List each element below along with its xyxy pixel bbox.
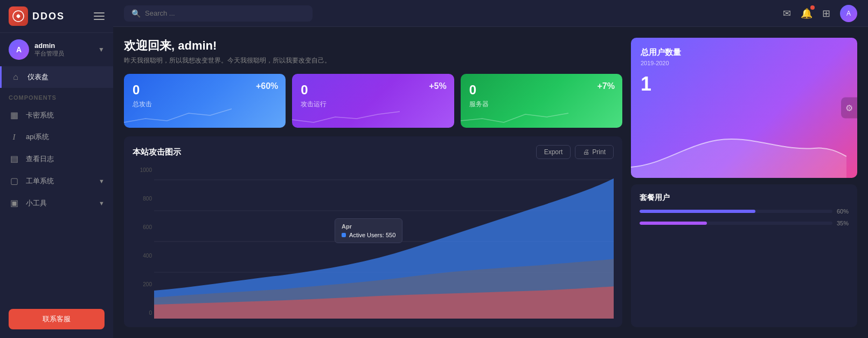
sidebar-item-dashboard[interactable]: ⌂ 仪表盘 — [0, 66, 113, 88]
sidebar-item-card-system[interactable]: ▦ 卡密系统 — [0, 104, 113, 126]
hamburger-button[interactable] — [94, 12, 105, 20]
ticket-system-icon: ▢ — [9, 176, 19, 186]
sidebar-item-label: 查看日志 — [26, 154, 105, 164]
chart-area: 1000 800 600 400 200 0 — [133, 164, 614, 319]
total-users-period: 2019-2020 — [641, 60, 848, 66]
layers-icon[interactable]: ⊞ — [822, 8, 830, 19]
stat-card-attacks-running: 0 攻击运行 +5% — [292, 74, 454, 128]
topbar-avatar[interactable]: A — [840, 5, 857, 22]
sidebar-item-label: 仪表盘 — [27, 72, 105, 82]
content-area: 欢迎回来, admin! 昨天我很聪明，所以我想改变世界。今天我很聪明，所以我要… — [113, 27, 868, 338]
welcome-subtitle: 昨天我很聪明，所以我想改变世界。今天我很聪明，所以我要改变自己。 — [124, 56, 622, 65]
package-bar — [640, 222, 707, 225]
sidebar-item-tools[interactable]: ▣ 小工具 ▼ — [0, 192, 113, 214]
tools-icon: ▣ — [9, 198, 19, 208]
chart-actions: Export 🖨 Print — [536, 145, 614, 159]
sidebar-item-label: api系统 — [26, 132, 105, 142]
chevron-down-icon: ▼ — [99, 178, 105, 184]
stat-change: +7% — [598, 81, 615, 91]
user-name: admin — [34, 42, 93, 50]
api-system-icon: I — [9, 133, 19, 142]
chart-title: 本站攻击图示 — [133, 147, 536, 157]
stat-value: 0 — [301, 82, 445, 98]
welcome-title: 欢迎回来, admin! — [124, 38, 622, 54]
chart-header: 本站攻击图示 Export 🖨 Print — [133, 145, 614, 159]
stat-change: +5% — [429, 81, 446, 91]
sidebar-logo: DDOS — [0, 0, 113, 33]
contact-button[interactable]: 联系客服 — [9, 309, 105, 329]
logo-icon — [9, 6, 28, 26]
package-bar-bg — [640, 210, 832, 213]
print-icon: 🖨 — [583, 148, 589, 156]
sidebar: DDOS A admin 平台管理员 ▼ ⌂ 仪表盘 COMPONENTS ▦ … — [0, 0, 113, 338]
topbar-icons: ✉ 🔔 ⊞ A — [783, 5, 857, 22]
components-label: COMPONENTS — [0, 88, 113, 104]
notification-badge — [810, 5, 815, 10]
topbar: 🔍 ✉ 🔔 ⊞ A — [113, 0, 868, 27]
main-content: 🔍 ✉ 🔔 ⊞ A 欢迎回来, admin! 昨天我很聪明，所以我想改变世界。今… — [113, 0, 868, 338]
stat-cards: 0 总攻击 +60% 0 攻击运行 +5% — [124, 74, 622, 128]
stat-card-servers: 0 服务器 +7% — [461, 74, 622, 128]
search-input[interactable] — [145, 9, 305, 17]
total-users-chart — [631, 124, 846, 178]
sidebar-item-label: 卡密系统 — [26, 111, 105, 120]
user-arrow-icon: ▼ — [98, 46, 105, 53]
package-value: 35% — [837, 220, 849, 226]
sidebar-item-label: 小工具 — [26, 198, 92, 208]
stat-change: +60% — [256, 81, 278, 91]
notification-icon[interactable]: 🔔 — [801, 8, 813, 19]
export-button[interactable]: Export — [536, 145, 571, 159]
card-system-icon: ▦ — [9, 110, 19, 120]
mail-icon[interactable]: ✉ — [783, 8, 791, 19]
total-users-value: 1 — [641, 73, 848, 95]
area-chart — [154, 164, 614, 319]
package-row-2: 35% — [640, 220, 849, 226]
package-row-1: 60% — [640, 208, 849, 215]
package-bar-bg — [640, 222, 832, 225]
sidebar-item-label: 工单系统 — [26, 176, 92, 186]
y-axis-labels: 1000 800 600 400 200 0 — [133, 164, 154, 319]
stat-value: 0 — [469, 82, 614, 98]
package-bar — [640, 210, 755, 213]
dashboard-icon: ⌂ — [10, 72, 21, 82]
package-value: 60% — [837, 208, 849, 215]
user-role: 平台管理员 — [34, 50, 93, 58]
view-log-icon: ▤ — [9, 154, 19, 164]
settings-icon[interactable]: ⚙ — [841, 98, 857, 119]
total-users-title: 总用户数量 — [641, 47, 848, 58]
svg-point-1 — [17, 15, 20, 18]
sidebar-item-ticket-system[interactable]: ▢ 工单系统 ▼ — [0, 170, 113, 192]
sidebar-item-api-system[interactable]: I api系统 — [0, 126, 113, 148]
chart-section: 本站攻击图示 Export 🖨 Print 1000 800 600 — [124, 136, 622, 327]
user-section[interactable]: A admin 平台管理员 ▼ — [0, 33, 113, 66]
total-users-card: 总用户数量 2019-2020 1 ⚙ — [631, 38, 857, 178]
chevron-down-icon: ▼ — [99, 200, 105, 206]
sidebar-item-view-log[interactable]: ▤ 查看日志 — [0, 148, 113, 170]
stat-card-total-attacks: 0 总攻击 +60% — [124, 74, 286, 128]
logo-text: DDOS — [32, 11, 65, 22]
search-icon: 🔍 — [131, 9, 141, 18]
welcome-section: 欢迎回来, admin! 昨天我很聪明，所以我想改变世界。今天我很聪明，所以我要… — [124, 38, 622, 65]
content-right: 总用户数量 2019-2020 1 ⚙ 套餐用户 60% — [631, 38, 857, 327]
print-button[interactable]: 🖨 Print — [575, 145, 614, 159]
content-left: 欢迎回来, admin! 昨天我很聪明，所以我想改变世界。今天我很聪明，所以我要… — [124, 38, 622, 327]
package-users-title: 套餐用户 — [640, 193, 849, 203]
package-users-card: 套餐用户 60% 35% — [631, 184, 857, 327]
search-box[interactable]: 🔍 — [124, 5, 313, 22]
avatar: A — [9, 39, 29, 60]
user-info: admin 平台管理员 — [34, 42, 93, 58]
